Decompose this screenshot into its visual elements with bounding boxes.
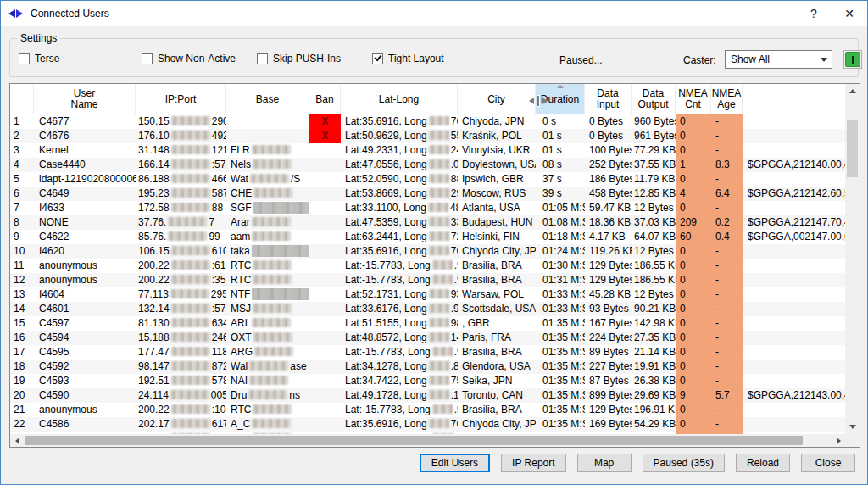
cell-gga: $GPGGA,212142.60,5352. — [743, 187, 845, 201]
checkbox-tight-layout[interactable]: Tight Layout — [372, 53, 444, 64]
cell-n: 20 — [10, 388, 34, 403]
cell-n: 4 — [10, 158, 34, 172]
cell-gga — [743, 331, 845, 345]
column-header-blank-12[interactable] — [743, 84, 846, 114]
table-row[interactable]: 14C4601132.14:57396MSJLat:33.6176, Long.… — [10, 302, 845, 316]
cell-base: Walase — [226, 360, 309, 374]
cell-dur: 01:35 M:S — [536, 417, 585, 432]
paused-35s--button[interactable]: Paused (35s) — [643, 454, 725, 472]
table-row[interactable]: 11anounymous200.22:61345RTCLat:-15.7783,… — [10, 259, 845, 273]
close-button[interactable]: ✕ — [832, 1, 867, 26]
column-header-base[interactable]: Base — [226, 84, 309, 114]
cell-n: 13 — [10, 287, 34, 302]
cell-din: 167 Bytes — [585, 316, 632, 331]
vertical-scrollbar-thumb[interactable] — [847, 120, 858, 177]
cell-gga — [743, 374, 845, 388]
cell-din: 186 Bytes — [585, 172, 632, 187]
cell-dur: 01:35 M:S — [536, 374, 585, 388]
column-header-duration[interactable]: Duration — [536, 84, 585, 114]
cell-dur: 01:35 M:S — [536, 388, 585, 403]
table-row[interactable]: 2C4676176.1049216XLat:50.9629, Long558Kr… — [10, 129, 845, 143]
redacted-blur — [428, 203, 448, 212]
dialog-button-row: Edit UsersIP ReportMapPaused (35s)Reload… — [420, 454, 855, 472]
scroll-down-arrow-icon[interactable] — [845, 420, 860, 434]
table-row[interactable]: 13I460477.1132950NTFLat:52.1731, Long931… — [10, 287, 845, 302]
table-row[interactable]: 20C459024.1140053DrunsLat:49.1728, Long.… — [10, 388, 845, 403]
column-header-data-input[interactable]: Data Input — [585, 84, 632, 114]
redacted-blur — [171, 145, 210, 154]
edit-users-button[interactable]: Edit Users — [420, 454, 490, 472]
horizontal-scrollbar[interactable] — [10, 434, 846, 447]
redacted-blur — [248, 390, 287, 399]
scroll-right-arrow-icon[interactable] — [832, 434, 846, 447]
cell-dout: 21.14 KB — [632, 345, 676, 360]
table-row[interactable]: 18C459298.1478728WalaseLat:34.1278, Long… — [10, 360, 845, 374]
help-button[interactable]: ? — [796, 1, 832, 26]
table-row[interactable]: 8NONE37.76.7ArarLat:47.5359, Long332Buda… — [10, 215, 845, 230]
cell-dur: 08 s — [536, 158, 585, 172]
table-row[interactable]: 7I4633172.5888SGFLat:33.1100, Long4800At… — [10, 201, 845, 215]
table-row[interactable]: 9C462285.76.99aamLat:63.2441, Long720Hel… — [10, 230, 845, 244]
redacted-blur — [252, 145, 291, 154]
column-header-blank-0[interactable] — [10, 84, 34, 114]
column-header-ip-port[interactable]: IP:Port — [136, 84, 226, 114]
redacted-blur — [253, 260, 292, 270]
reload-button[interactable]: Reload — [736, 454, 790, 472]
cell-ban — [309, 302, 341, 316]
cell-n: 18 — [10, 360, 34, 374]
table-row[interactable]: 19C4593192.5157872NAILat:34.7422, Long75… — [10, 374, 845, 388]
table-row[interactable]: 6C4649195.2358732CHELat:53.8669, Long295… — [10, 187, 845, 201]
checked-checkbox-icon — [372, 53, 383, 64]
column-header-data-output[interactable]: Data Output — [632, 84, 676, 114]
cell-city: Warsaw, POL — [458, 287, 536, 302]
horizontal-scrollbar-thumb[interactable] — [25, 436, 803, 445]
table-row[interactable]: 12anounymous200.22:35160RTCLat:-15.7783,… — [10, 273, 845, 287]
unchecked-checkbox-icon — [142, 53, 153, 64]
column-header-ban[interactable]: Ban — [309, 84, 341, 114]
vertical-scrollbar[interactable] — [845, 84, 860, 434]
close-button[interactable]: Close — [801, 454, 855, 472]
column-header-user-name[interactable]: User Name — [34, 84, 136, 114]
checkbox-show-non-active[interactable]: Show Non-Active — [142, 53, 236, 64]
scroll-left-arrow-icon[interactable] — [10, 434, 25, 447]
checkbox-skip-push-ins[interactable]: Skip PUSH-Ins — [257, 53, 341, 64]
redacted-blur — [171, 361, 210, 371]
column-header-nmea-age[interactable]: NMEA Age — [711, 84, 743, 114]
table-row[interactable]: 15C459781.1306345ARLLat:51.5155, Long982… — [10, 316, 845, 331]
table-row[interactable]: 5idapt-121902080000686.18846634Wat/SLat:… — [10, 172, 845, 187]
table-row[interactable]: 17C4595177.4711816ARGLat:-15.7783, Long.… — [10, 345, 845, 360]
redacted-blur — [432, 260, 453, 270]
cell-dur: 01:30 M:S — [536, 259, 585, 273]
checkbox-terse[interactable]: Terse — [19, 53, 59, 64]
cell-user: I4620 — [34, 244, 136, 259]
cell-base: Wat/S — [226, 172, 309, 187]
cell-ban — [309, 345, 341, 360]
redacted-blur — [429, 332, 449, 342]
cell-lat: Lat:-15.7783, Long.9291 — [341, 403, 458, 417]
table-row[interactable]: 10I4620106.1561076takaLat:35.6916, Long7… — [10, 244, 845, 259]
table-row[interactable]: 1C4677150.152902XLat:35.6916, Long7675Ch… — [10, 114, 845, 129]
table-row[interactable]: 3Kernel31.1481213FLRLat:49.2331, Long242… — [10, 143, 845, 158]
cell-din: 227 Bytes — [585, 360, 632, 374]
cell-age: - — [711, 360, 743, 374]
cell-age: - — [711, 403, 743, 417]
table-row[interactable]: 22C4586202.1761739A_CLat:35.6916, Long76… — [10, 417, 845, 432]
column-header-nmea-cnt[interactable]: NMEA Cnt — [676, 84, 711, 114]
table-row[interactable]: 16C459415.1882468OXTLat:48.8572, Long14P… — [10, 331, 845, 345]
cell-user: C4586 — [34, 417, 136, 432]
column-header-lat-long[interactable]: Lat-Long — [341, 84, 458, 114]
table-row[interactable]: 4Case4440166.14:57807NelsLat:47.0556, Lo… — [10, 158, 845, 172]
redacted-blur — [171, 318, 210, 327]
column-header-city[interactable]: City — [458, 84, 536, 114]
scroll-up-arrow-icon[interactable] — [845, 84, 860, 98]
map-button[interactable]: Map — [577, 454, 632, 472]
cell-n: 11 — [10, 259, 34, 273]
caster-indicator-button[interactable] — [843, 50, 862, 69]
redacted-blur — [429, 246, 449, 255]
redacted-blur — [253, 202, 309, 214]
table-row[interactable]: 21anounymous200.22:10492RTCLat:-15.7783,… — [10, 403, 845, 417]
cell-ip: 98.1478728 — [136, 360, 226, 374]
cell-base: aam — [226, 230, 309, 244]
caster-select[interactable]: Show All — [725, 50, 832, 69]
ip-report-button[interactable]: IP Report — [501, 454, 565, 472]
